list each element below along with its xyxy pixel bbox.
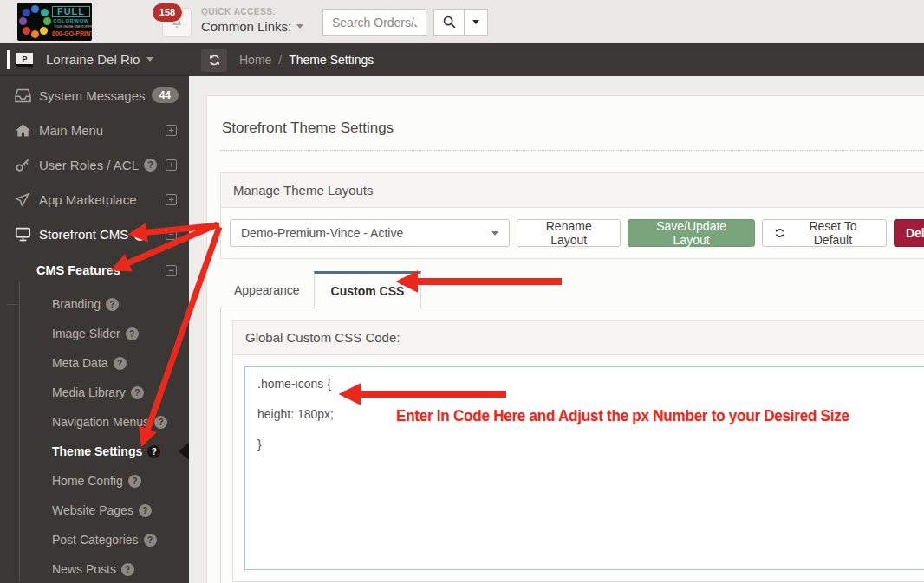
common-links-dropdown[interactable]: Common Links: xyxy=(201,19,303,34)
help-icon[interactable]: ? xyxy=(139,504,152,517)
caret-down-icon xyxy=(472,20,479,24)
logo-color-wheel-icon xyxy=(19,5,52,38)
expand-icon[interactable]: + xyxy=(166,159,177,171)
sidebar-item-app-marketplace[interactable]: App Marketplace + xyxy=(0,182,189,217)
breadcrumb-home-link[interactable]: Home xyxy=(239,53,271,67)
quick-access-label: QUICK ACCESS: xyxy=(201,7,303,16)
breadcrumb-bar: Home / Theme Settings xyxy=(189,43,924,76)
chevron-down-icon xyxy=(146,57,153,62)
key-icon xyxy=(12,158,33,172)
logo-word-full: FULL xyxy=(52,6,90,17)
sidebar-item-user-roles-acl[interactable]: User Roles / ACL ? + xyxy=(0,147,189,182)
search-icon xyxy=(442,15,457,29)
layout-select-value: Demo-Premium-Vince - Active xyxy=(241,226,403,240)
collapse-icon[interactable]: − xyxy=(166,229,177,240)
sidebar-item-branding[interactable]: Branding ? xyxy=(0,289,189,319)
help-icon[interactable]: ? xyxy=(128,475,141,488)
breadcrumb-separator: / xyxy=(278,53,282,67)
chevron-down-icon xyxy=(296,24,303,29)
help-icon[interactable]: ? xyxy=(133,228,146,241)
help-icon[interactable]: ? xyxy=(144,159,157,172)
expand-icon[interactable]: + xyxy=(166,125,177,136)
sidebar: P Lorraine Del Rio System Messages 44 xyxy=(0,43,189,583)
logo-tagline: YOUR ONLINE ONESTOP PRINTSHOP xyxy=(54,25,88,29)
refresh-page-button[interactable] xyxy=(201,49,227,72)
inbox-icon xyxy=(12,88,33,103)
sidebar-item-image-slider[interactable]: Image Slider ? xyxy=(0,319,189,348)
help-icon[interactable]: ? xyxy=(114,357,127,370)
user-name: Lorraine Del Rio xyxy=(46,52,140,67)
tab-appearance[interactable]: Appearance xyxy=(220,273,314,308)
expand-icon[interactable]: + xyxy=(166,194,177,205)
avatar: P xyxy=(16,53,33,67)
chevron-down-icon xyxy=(491,231,498,236)
notification-count-badge: 158 xyxy=(153,3,182,22)
collapse-icon[interactable]: − xyxy=(166,265,177,276)
content-card: Storefront Theme Settings Manage Theme L… xyxy=(206,95,924,583)
sidebar-item-cms-features[interactable]: CMS Features − xyxy=(0,251,189,289)
company-logo[interactable]: FULL COLORWOW YOUR ONLINE ONESTOP PRINTS… xyxy=(17,3,92,41)
paper-plane-icon xyxy=(12,192,33,207)
active-item-marker xyxy=(179,443,189,460)
home-icon xyxy=(12,123,33,138)
breadcrumb-current: Theme Settings xyxy=(289,53,374,67)
sidebar-item-storefront-cms[interactable]: Storefront CMS ? − xyxy=(0,217,189,251)
tab-content: Global Custom CSS Code: .home-icons { he… xyxy=(220,308,924,583)
sidebar-item-system-messages[interactable]: System Messages 44 xyxy=(0,78,189,113)
logo-phone: 800-GO-PRINT xyxy=(52,30,90,36)
layout-select[interactable]: Demo-Premium-Vince - Active xyxy=(230,219,510,247)
sidebar-item-home-config[interactable]: Home Config ? xyxy=(0,466,189,496)
logo-word-colorwow: COLORWOW xyxy=(52,18,90,23)
help-icon[interactable]: ? xyxy=(147,445,160,458)
sidebar-item-theme-settings[interactable]: Theme Settings ? xyxy=(0,437,189,466)
custom-css-code-input[interactable]: .home-icons { height: 180px; } xyxy=(244,366,924,570)
sidebar-toggle-bar xyxy=(7,50,10,69)
sidebar-item-media-library[interactable]: Media Library ? xyxy=(0,378,189,407)
search-button[interactable] xyxy=(433,9,465,36)
monitor-icon xyxy=(12,227,33,242)
refresh-icon xyxy=(208,54,221,67)
help-icon[interactable]: ? xyxy=(154,416,167,429)
reset-to-default-button[interactable]: Reset To Default xyxy=(762,219,887,247)
app-window: FULL COLORWOW YOUR ONLINE ONESTOP PRINTS… xyxy=(0,0,924,583)
help-icon[interactable]: ? xyxy=(106,298,119,311)
main-content: Storefront Theme Settings Manage Theme L… xyxy=(189,76,924,583)
user-menu[interactable]: P Lorraine Del Rio xyxy=(0,43,189,76)
system-messages-count-badge: 44 xyxy=(152,87,179,103)
sidebar-item-meta-data[interactable]: Meta Data ? xyxy=(0,348,189,378)
global-css-panel: Global Custom CSS Code: .home-icons { he… xyxy=(232,320,924,582)
sidebar-item-main-menu[interactable]: Main Menu + xyxy=(0,113,189,147)
page-title: Storefront Theme Settings xyxy=(222,120,924,137)
save-update-layout-button[interactable]: Save/Update Layout xyxy=(628,219,755,247)
search-input[interactable] xyxy=(322,9,426,36)
css-panel-title: Global Custom CSS Code: xyxy=(233,321,924,355)
help-icon[interactable]: ? xyxy=(131,386,144,399)
refresh-icon xyxy=(774,227,785,239)
rename-layout-button[interactable]: Rename Layout xyxy=(517,219,621,247)
top-bar: FULL COLORWOW YOUR ONLINE ONESTOP PRINTS… xyxy=(0,0,924,43)
help-icon[interactable]: ? xyxy=(144,534,157,547)
panel-title: Manage Theme Layouts xyxy=(221,173,924,208)
sidebar-item-website-pages[interactable]: Website Pages ? xyxy=(0,496,189,525)
search-options-button[interactable] xyxy=(465,9,488,36)
common-links-label: Common Links: xyxy=(201,19,291,34)
sidebar-item-post-categories[interactable]: Post Categories ? xyxy=(0,525,189,554)
delete-button[interactable]: Delete xyxy=(894,219,924,247)
sidebar-item-news-posts[interactable]: News Posts ? xyxy=(0,554,189,583)
tab-custom-css[interactable]: Custom CSS xyxy=(314,271,422,308)
theme-tabs: Appearance Custom CSS xyxy=(220,270,924,308)
divider xyxy=(220,150,924,151)
manage-theme-layouts-panel: Manage Theme Layouts Demo-Premium-Vince … xyxy=(220,172,924,259)
help-icon[interactable]: ? xyxy=(121,563,134,576)
sidebar-item-navigation-menus[interactable]: Navigation Menus ? xyxy=(0,407,189,437)
help-icon[interactable]: ? xyxy=(126,327,139,340)
